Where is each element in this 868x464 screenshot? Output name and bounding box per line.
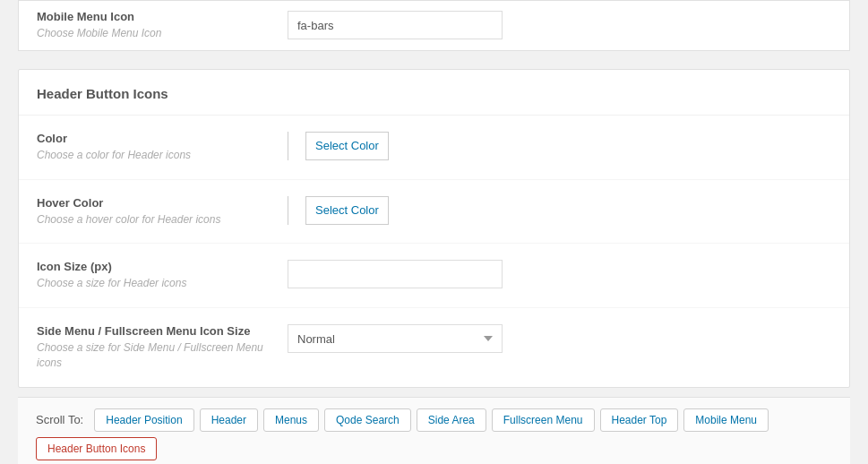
scroll-btn-mobile-menu[interactable]: Mobile Menu (683, 408, 769, 432)
hover-color-label-col: Hover Color Choose a hover color for Hea… (37, 196, 288, 228)
mobile-menu-icon-control (288, 11, 831, 39)
card-title: Header Button Icons (19, 70, 849, 116)
color-control: Select Color (288, 132, 831, 160)
hover-color-select-button[interactable]: Select Color (288, 196, 389, 225)
side-menu-icon-size-control: Normal Small Large (288, 324, 831, 353)
side-menu-icon-size-select[interactable]: Normal Small Large (288, 324, 503, 353)
color-field-row: Color Choose a color for Header icons Se… (19, 116, 849, 180)
color-hint: Choose a color for Header icons (37, 148, 270, 163)
scroll-btn-header-top[interactable]: Header Top (600, 408, 679, 432)
scroll-label: Scroll To: (36, 413, 83, 426)
scroll-btn-header[interactable]: Header (200, 408, 258, 432)
hover-color-button-label: Select Color (306, 203, 388, 217)
scroll-btn-side-area[interactable]: Side Area (417, 408, 486, 432)
hover-color-hint: Choose a hover color for Header icons (37, 212, 270, 228)
icon-size-control (288, 260, 831, 288)
scroll-btn-fullscreen-menu[interactable]: Fullscreen Menu (492, 408, 595, 432)
scroll-bar: Scroll To: Header Position Header Menus … (18, 397, 850, 464)
color-select-button[interactable]: Select Color (288, 132, 389, 160)
color-button-label: Select Color (306, 139, 388, 152)
header-button-icons-card: Header Button Icons Color Choose a color… (18, 69, 850, 388)
scroll-btn-qode-search[interactable]: Qode Search (324, 408, 411, 432)
mobile-menu-icon-hint: Choose Mobile Menu Icon (37, 26, 270, 41)
mobile-menu-icon-label-col: Mobile Menu Icon Choose Mobile Menu Icon (37, 10, 288, 41)
icon-size-input[interactable] (288, 260, 503, 288)
side-menu-icon-size-label-col: Side Menu / Fullscreen Menu Icon Size Ch… (37, 324, 288, 371)
hover-color-label: Hover Color (37, 196, 270, 210)
scroll-btn-header-button-icons[interactable]: Header Button Icons (36, 437, 157, 460)
icon-size-hint: Choose a size for Header icons (37, 276, 270, 291)
side-menu-icon-size-field-row: Side Menu / Fullscreen Menu Icon Size Ch… (19, 308, 849, 387)
hover-color-control: Select Color (288, 196, 831, 225)
color-label: Color (37, 132, 270, 145)
side-menu-icon-size-hint: Choose a size for Side Menu / Fullscreen… (37, 340, 270, 371)
color-swatch (288, 132, 306, 160)
side-menu-icon-size-label: Side Menu / Fullscreen Menu Icon Size (37, 324, 270, 338)
hover-color-field-row: Hover Color Choose a hover color for Hea… (19, 180, 849, 245)
icon-size-field-row: Icon Size (px) Choose a size for Header … (19, 244, 849, 308)
hover-color-swatch (288, 196, 306, 225)
mobile-menu-icon-section: Mobile Menu Icon Choose Mobile Menu Icon (18, 0, 850, 51)
mobile-menu-icon-input[interactable] (288, 11, 503, 39)
scroll-btn-menus[interactable]: Menus (263, 408, 319, 432)
icon-size-label: Icon Size (px) (37, 260, 270, 273)
color-label-col: Color Choose a color for Header icons (37, 132, 288, 163)
mobile-menu-icon-label: Mobile Menu Icon (37, 10, 270, 23)
scroll-btn-header-position[interactable]: Header Position (94, 408, 193, 432)
icon-size-label-col: Icon Size (px) Choose a size for Header … (37, 260, 288, 291)
